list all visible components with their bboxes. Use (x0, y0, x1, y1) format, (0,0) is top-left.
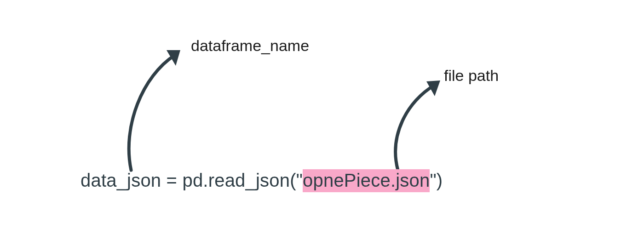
code-highlighted-filename: opnePiece.json (303, 169, 430, 192)
arrow-icon (389, 76, 458, 177)
annotation-dataframe-name: dataframe_name (191, 37, 309, 55)
code-before-highlight: data_json = pd.read_json(" (80, 170, 303, 190)
code-after-highlight: ") (430, 170, 443, 190)
code-line: data_json = pd.read_json("opnePiece.json… (80, 170, 443, 191)
diagram-canvas: dataframe_name file path data_json = pd.… (0, 0, 644, 235)
arrow-icon (124, 44, 198, 177)
